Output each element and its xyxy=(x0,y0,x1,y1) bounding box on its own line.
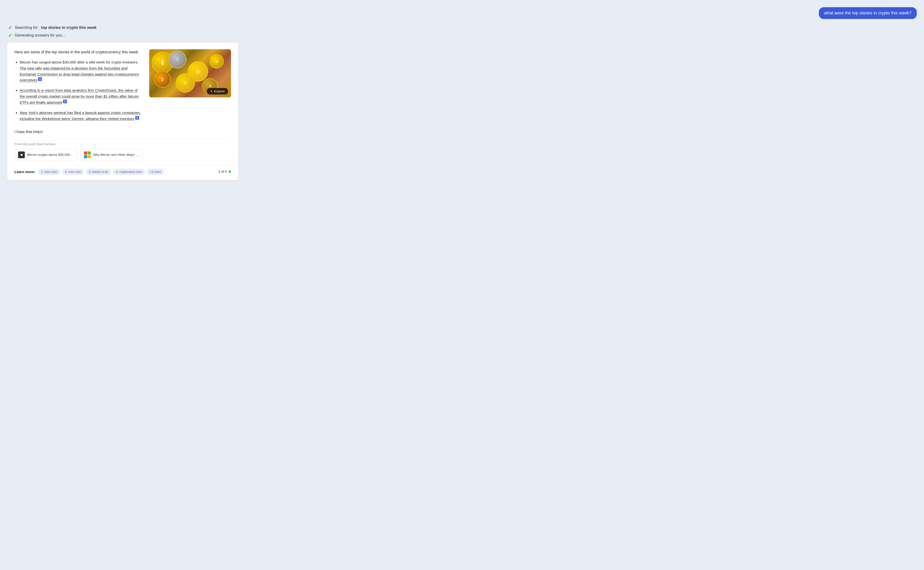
section-divider-2 xyxy=(14,165,231,165)
bullet-3-period: . xyxy=(139,116,140,121)
page-indicator-text: 2 of 5 xyxy=(218,170,227,173)
section-divider xyxy=(14,139,231,139)
learn-link-1[interactable]: 1. msn.com xyxy=(38,169,60,175)
coin-4: ₿ xyxy=(154,71,171,88)
citation-3[interactable]: 3 xyxy=(135,116,139,120)
coin-5: Ξ xyxy=(176,74,195,93)
user-message-row: what were the top stories in crypto this… xyxy=(7,5,917,19)
page-indicator: 2 of 5 xyxy=(218,170,231,173)
searching-label: Searching for: xyxy=(15,26,39,30)
learn-link-3[interactable]: 3. wired.co.uk xyxy=(86,169,111,175)
check-icon-1: ✓ xyxy=(8,25,12,31)
bullet-1-plain: Bitcoin has surged above $30,000 after a… xyxy=(20,60,138,64)
citation-1[interactable]: 1 xyxy=(38,77,42,81)
learn-link-4[interactable]: 4. cryptonews.com xyxy=(113,169,145,175)
source-title-2: Why Bitcoin and Other Major Cry... xyxy=(93,153,139,156)
explore-label: Explore xyxy=(214,89,225,93)
citation-2[interactable]: 2 xyxy=(63,100,67,103)
searching-status: ✓ Searching for: top stories in crypto t… xyxy=(8,25,917,31)
explore-button[interactable]: ✦ Explore xyxy=(207,88,228,95)
answer-card: Here are some of the top stories in the … xyxy=(7,43,238,180)
bullet-2-period: . xyxy=(67,100,68,104)
bullet-item-3: New York's attorney general has filed a … xyxy=(20,110,143,122)
ms-blue xyxy=(84,155,87,158)
learn-more-label: Learn more: xyxy=(14,170,35,174)
explore-icon: ✦ xyxy=(210,89,213,93)
ms-red xyxy=(84,152,87,155)
learn-more-bar: Learn more: 1. msn.com 2. msn.com 3. wir… xyxy=(14,169,231,175)
generating-status: ✓ Generating answers for you... xyxy=(8,32,917,38)
status-green-dot xyxy=(229,170,231,173)
source-cards: ▣ Bitcoin surges above $30,000 aft... Wh… xyxy=(14,149,231,161)
coin-2: Ξ xyxy=(168,51,186,69)
source-card-1[interactable]: ▣ Bitcoin surges above $30,000 aft... xyxy=(14,149,77,161)
bullet-list: Bitcoin has surged above $30,000 after a… xyxy=(14,60,143,122)
source-card-2[interactable]: Why Bitcoin and Other Major Cry... xyxy=(80,149,143,161)
bullet-1-period: . xyxy=(42,78,43,82)
image-col: ₿ Ξ ◎ ₿ Ξ ✕ xyxy=(149,49,231,126)
ms-green xyxy=(88,152,91,155)
intro-text: Here are some of the top stories in the … xyxy=(14,49,143,55)
learn-link-2[interactable]: 2. msn.com xyxy=(62,169,84,175)
bullet-1-link[interactable]: The new rally was triggered by a decisio… xyxy=(20,66,139,82)
from-label: From Microsoft Start Partners xyxy=(14,142,231,146)
user-bubble: what were the top stories in crypto this… xyxy=(819,7,917,19)
msn-icon-1: ▣ xyxy=(18,152,25,158)
microsoft-icon xyxy=(84,152,91,158)
user-message-text: what were the top stories in crypto this… xyxy=(824,11,912,15)
crypto-image: ₿ Ξ ◎ ₿ Ξ ✕ xyxy=(149,49,231,97)
generating-text: Generating answers for you... xyxy=(15,33,65,37)
bullet-item-2: According to a report from data analytic… xyxy=(20,87,143,106)
learn-more-button[interactable]: +3 more xyxy=(147,169,164,175)
ms-yellow xyxy=(88,155,91,158)
bullet-3-link[interactable]: New York's attorney general has filed a … xyxy=(20,110,141,121)
answer-top: Here are some of the top stories in the … xyxy=(14,49,231,126)
bullet-item-1: Bitcoin has surged above $30,000 after a… xyxy=(20,60,143,83)
coin-7: ◎ xyxy=(209,54,224,69)
source-title-1: Bitcoin surges above $30,000 aft... xyxy=(27,153,74,156)
check-icon-2: ✓ xyxy=(8,32,12,38)
status-lines: ✓ Searching for: top stories in crypto t… xyxy=(7,25,917,38)
answer-text-col: Here are some of the top stories in the … xyxy=(14,49,143,126)
bullet-2-link[interactable]: According to a report from data analytic… xyxy=(20,88,139,104)
closing-text: I hope that helps! xyxy=(14,130,231,134)
searching-bold: top stories in crypto this week xyxy=(41,26,97,30)
